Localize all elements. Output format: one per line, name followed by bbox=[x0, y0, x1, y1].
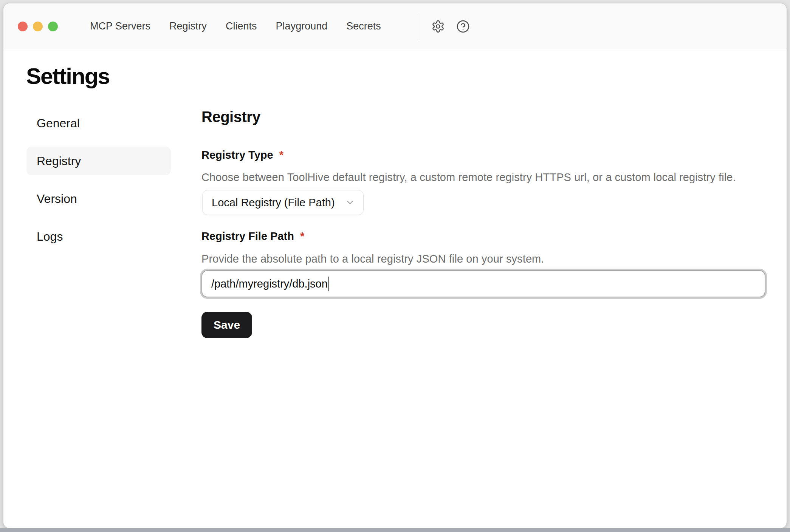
page-title: Settings bbox=[26, 63, 110, 89]
zoom-button[interactable] bbox=[48, 22, 58, 31]
required-asterisk: * bbox=[300, 230, 304, 242]
chevron-down-icon bbox=[345, 198, 355, 207]
help-circle-icon[interactable] bbox=[456, 19, 470, 34]
nav-item-secrets[interactable]: Secrets bbox=[346, 20, 381, 32]
window-controls bbox=[18, 22, 58, 31]
gear-icon[interactable] bbox=[431, 19, 445, 34]
file-path-input-value: /path/myregistry/db.json bbox=[211, 278, 328, 290]
file-path-input[interactable]: /path/myregistry/db.json bbox=[201, 270, 765, 297]
sidebar-item-version[interactable]: Version bbox=[26, 184, 171, 213]
text-cursor bbox=[328, 277, 329, 291]
file-path-label: Registry File Path* bbox=[201, 230, 304, 243]
sidebar-item-registry[interactable]: Registry bbox=[26, 147, 171, 175]
settings-sidebar: General Registry Version Logs bbox=[26, 109, 171, 260]
titlebar-divider bbox=[419, 12, 419, 40]
nav-item-clients[interactable]: Clients bbox=[226, 20, 257, 32]
section-heading: Registry bbox=[201, 108, 260, 125]
nav-item-registry[interactable]: Registry bbox=[169, 20, 207, 32]
sidebar-item-logs[interactable]: Logs bbox=[26, 222, 171, 251]
registry-type-label-text: Registry Type bbox=[201, 149, 273, 161]
save-button[interactable]: Save bbox=[201, 312, 252, 338]
file-path-label-text: Registry File Path bbox=[201, 230, 294, 242]
registry-type-description: Choose between ToolHive default registry… bbox=[201, 171, 736, 184]
file-path-description: Provide the absolute path to a local reg… bbox=[201, 253, 544, 265]
sidebar-item-general[interactable]: General bbox=[26, 109, 171, 138]
nav-item-playground[interactable]: Playground bbox=[276, 20, 328, 32]
titlebar: MCP Servers Registry Clients Playground … bbox=[3, 3, 787, 49]
close-button[interactable] bbox=[18, 22, 28, 31]
registry-type-select[interactable]: Local Registry (File Path) bbox=[202, 190, 364, 215]
nav-item-mcp-servers[interactable]: MCP Servers bbox=[90, 20, 150, 32]
top-navigation: MCP Servers Registry Clients Playground … bbox=[90, 3, 381, 49]
registry-type-label: Registry Type* bbox=[201, 149, 283, 161]
registry-type-selected-value: Local Registry (File Path) bbox=[212, 196, 335, 209]
required-asterisk: * bbox=[279, 149, 283, 161]
background-window-edge bbox=[0, 528, 790, 532]
minimize-button[interactable] bbox=[33, 22, 43, 31]
app-window: MCP Servers Registry Clients Playground … bbox=[3, 3, 787, 529]
